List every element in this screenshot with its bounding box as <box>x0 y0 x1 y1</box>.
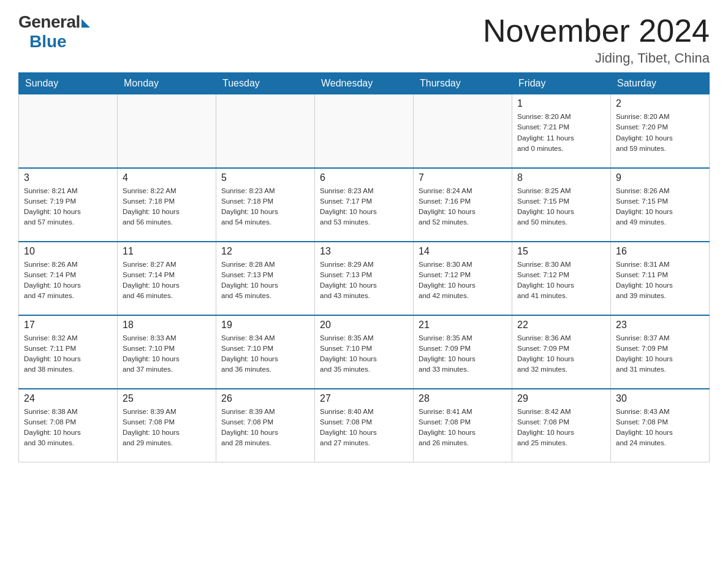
calendar-cell: 28Sunrise: 8:41 AM Sunset: 7:08 PM Dayli… <box>414 389 512 462</box>
day-number: 9 <box>616 172 704 183</box>
day-number: 22 <box>517 320 605 331</box>
day-number: 21 <box>419 320 507 331</box>
day-info: Sunrise: 8:25 AM Sunset: 7:15 PM Dayligh… <box>517 186 605 228</box>
calendar-week-row: 10Sunrise: 8:26 AM Sunset: 7:14 PM Dayli… <box>19 242 710 315</box>
calendar-cell: 15Sunrise: 8:30 AM Sunset: 7:12 PM Dayli… <box>512 242 611 315</box>
day-number: 13 <box>320 246 408 257</box>
calendar-cell: 30Sunrise: 8:43 AM Sunset: 7:08 PM Dayli… <box>611 389 710 462</box>
day-info: Sunrise: 8:22 AM Sunset: 7:18 PM Dayligh… <box>123 186 211 228</box>
day-info: Sunrise: 8:23 AM Sunset: 7:17 PM Dayligh… <box>320 186 408 228</box>
day-number: 3 <box>24 172 112 183</box>
calendar-cell: 5Sunrise: 8:23 AM Sunset: 7:18 PM Daylig… <box>216 168 315 242</box>
day-info: Sunrise: 8:35 AM Sunset: 7:09 PM Dayligh… <box>419 333 507 375</box>
day-info: Sunrise: 8:35 AM Sunset: 7:10 PM Dayligh… <box>320 333 408 375</box>
day-number: 1 <box>517 98 605 109</box>
day-number: 15 <box>517 246 605 257</box>
day-info: Sunrise: 8:20 AM Sunset: 7:21 PM Dayligh… <box>517 112 605 154</box>
day-info: Sunrise: 8:23 AM Sunset: 7:18 PM Dayligh… <box>221 186 309 228</box>
day-number: 2 <box>616 98 704 109</box>
calendar-cell: 18Sunrise: 8:33 AM Sunset: 7:10 PM Dayli… <box>118 315 216 389</box>
day-number: 8 <box>517 172 605 183</box>
calendar-cell: 22Sunrise: 8:36 AM Sunset: 7:09 PM Dayli… <box>512 315 611 389</box>
day-info: Sunrise: 8:36 AM Sunset: 7:09 PM Dayligh… <box>517 333 605 375</box>
day-info: Sunrise: 8:26 AM Sunset: 7:14 PM Dayligh… <box>24 259 112 302</box>
calendar-cell <box>414 94 512 168</box>
day-info: Sunrise: 8:24 AM Sunset: 7:16 PM Dayligh… <box>419 186 507 228</box>
calendar-cell: 9Sunrise: 8:26 AM Sunset: 7:15 PM Daylig… <box>611 168 710 242</box>
calendar-week-row: 24Sunrise: 8:38 AM Sunset: 7:08 PM Dayli… <box>19 389 710 462</box>
day-info: Sunrise: 8:43 AM Sunset: 7:08 PM Dayligh… <box>616 407 704 449</box>
day-info: Sunrise: 8:30 AM Sunset: 7:12 PM Dayligh… <box>419 259 507 302</box>
day-info: Sunrise: 8:27 AM Sunset: 7:14 PM Dayligh… <box>123 259 211 302</box>
day-number: 6 <box>320 172 408 183</box>
day-info: Sunrise: 8:28 AM Sunset: 7:13 PM Dayligh… <box>221 259 309 302</box>
day-info: Sunrise: 8:30 AM Sunset: 7:12 PM Dayligh… <box>517 259 605 302</box>
calendar-cell: 13Sunrise: 8:29 AM Sunset: 7:13 PM Dayli… <box>315 242 414 315</box>
location-title: Jiding, Tibet, China <box>483 50 710 66</box>
logo-general-text: General <box>18 12 80 32</box>
calendar-cell: 27Sunrise: 8:40 AM Sunset: 7:08 PM Dayli… <box>315 389 414 462</box>
day-number: 10 <box>24 246 112 257</box>
day-info: Sunrise: 8:21 AM Sunset: 7:19 PM Dayligh… <box>24 186 112 228</box>
logo-blue-text: Blue <box>20 32 67 52</box>
calendar-cell: 11Sunrise: 8:27 AM Sunset: 7:14 PM Dayli… <box>118 242 216 315</box>
day-info: Sunrise: 8:33 AM Sunset: 7:10 PM Dayligh… <box>123 333 211 375</box>
calendar-cell: 1Sunrise: 8:20 AM Sunset: 7:21 PM Daylig… <box>512 94 611 168</box>
calendar-cell: 6Sunrise: 8:23 AM Sunset: 7:17 PM Daylig… <box>315 168 414 242</box>
day-number: 5 <box>221 172 309 183</box>
calendar-week-row: 17Sunrise: 8:32 AM Sunset: 7:11 PM Dayli… <box>19 315 710 389</box>
day-number: 23 <box>616 320 704 331</box>
calendar-cell: 20Sunrise: 8:35 AM Sunset: 7:10 PM Dayli… <box>315 315 414 389</box>
calendar-cell: 16Sunrise: 8:31 AM Sunset: 7:11 PM Dayli… <box>611 242 710 315</box>
calendar-cell: 26Sunrise: 8:39 AM Sunset: 7:08 PM Dayli… <box>216 389 315 462</box>
title-section: November 2024 Jiding, Tibet, China <box>483 12 710 66</box>
month-title: November 2024 <box>483 12 710 49</box>
day-number: 27 <box>320 393 408 404</box>
calendar-header-row: SundayMondayTuesdayWednesdayThursdayFrid… <box>19 73 710 94</box>
calendar-cell: 25Sunrise: 8:39 AM Sunset: 7:08 PM Dayli… <box>118 389 216 462</box>
calendar-cell <box>19 94 118 168</box>
calendar-header-friday: Friday <box>512 73 611 94</box>
day-number: 25 <box>123 393 211 404</box>
day-info: Sunrise: 8:29 AM Sunset: 7:13 PM Dayligh… <box>320 259 408 302</box>
day-info: Sunrise: 8:41 AM Sunset: 7:08 PM Dayligh… <box>419 407 507 449</box>
calendar-cell: 2Sunrise: 8:20 AM Sunset: 7:20 PM Daylig… <box>611 94 710 168</box>
day-number: 12 <box>221 246 309 257</box>
day-number: 14 <box>419 246 507 257</box>
page-header: General Blue November 2024 Jiding, Tibet… <box>18 12 710 66</box>
calendar-table: SundayMondayTuesdayWednesdayThursdayFrid… <box>18 72 710 462</box>
day-number: 30 <box>616 393 704 404</box>
day-number: 20 <box>320 320 408 331</box>
calendar-cell: 23Sunrise: 8:37 AM Sunset: 7:09 PM Dayli… <box>611 315 710 389</box>
calendar-header-wednesday: Wednesday <box>315 73 414 94</box>
day-number: 29 <box>517 393 605 404</box>
day-number: 11 <box>123 246 211 257</box>
calendar-cell <box>315 94 414 168</box>
day-number: 4 <box>123 172 211 183</box>
calendar-header-sunday: Sunday <box>19 73 118 94</box>
day-number: 17 <box>24 320 112 331</box>
day-info: Sunrise: 8:39 AM Sunset: 7:08 PM Dayligh… <box>123 407 211 449</box>
day-info: Sunrise: 8:42 AM Sunset: 7:08 PM Dayligh… <box>517 407 605 449</box>
day-info: Sunrise: 8:39 AM Sunset: 7:08 PM Dayligh… <box>221 407 309 449</box>
calendar-week-row: 1Sunrise: 8:20 AM Sunset: 7:21 PM Daylig… <box>19 94 710 168</box>
calendar-cell: 7Sunrise: 8:24 AM Sunset: 7:16 PM Daylig… <box>414 168 512 242</box>
calendar-cell: 19Sunrise: 8:34 AM Sunset: 7:10 PM Dayli… <box>216 315 315 389</box>
calendar-header-tuesday: Tuesday <box>216 73 315 94</box>
calendar-cell <box>118 94 216 168</box>
calendar-header-thursday: Thursday <box>414 73 512 94</box>
calendar-cell: 3Sunrise: 8:21 AM Sunset: 7:19 PM Daylig… <box>19 168 118 242</box>
calendar-cell: 10Sunrise: 8:26 AM Sunset: 7:14 PM Dayli… <box>19 242 118 315</box>
day-info: Sunrise: 8:20 AM Sunset: 7:20 PM Dayligh… <box>616 112 704 154</box>
calendar-cell: 14Sunrise: 8:30 AM Sunset: 7:12 PM Dayli… <box>414 242 512 315</box>
day-number: 24 <box>24 393 112 404</box>
day-number: 28 <box>419 393 507 404</box>
day-info: Sunrise: 8:26 AM Sunset: 7:15 PM Dayligh… <box>616 186 704 228</box>
day-number: 18 <box>123 320 211 331</box>
calendar-cell: 12Sunrise: 8:28 AM Sunset: 7:13 PM Dayli… <box>216 242 315 315</box>
day-number: 7 <box>419 172 507 183</box>
day-number: 16 <box>616 246 704 257</box>
day-info: Sunrise: 8:37 AM Sunset: 7:09 PM Dayligh… <box>616 333 704 375</box>
calendar-cell: 21Sunrise: 8:35 AM Sunset: 7:09 PM Dayli… <box>414 315 512 389</box>
day-info: Sunrise: 8:38 AM Sunset: 7:08 PM Dayligh… <box>24 407 112 449</box>
